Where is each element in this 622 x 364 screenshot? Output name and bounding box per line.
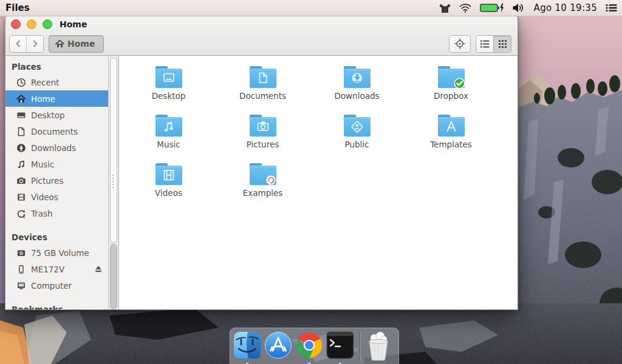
- trash-icon: [16, 209, 26, 218]
- dock-separator: [360, 331, 360, 362]
- desktop-icon: [16, 110, 26, 120]
- folder-label: Music: [157, 140, 180, 149]
- sidebar-item-recent[interactable]: Recent: [5, 74, 108, 90]
- back-button[interactable]: [10, 36, 26, 52]
- videos-icon: [16, 192, 26, 202]
- dock-item-app-store[interactable]: [264, 331, 292, 359]
- folder-label: Downloads: [334, 91, 379, 101]
- folder-label: Videos: [155, 188, 182, 198]
- forward-button[interactable]: [26, 36, 43, 52]
- folder-label: Examples: [243, 188, 283, 198]
- window-titlebar[interactable]: Home: [5, 16, 518, 32]
- dock-item-chrome[interactable]: [295, 331, 323, 359]
- grid-view-button[interactable]: [493, 36, 511, 52]
- menu-icon[interactable]: [606, 3, 617, 13]
- folder-label: Documents: [239, 91, 286, 101]
- documents-icon: [16, 127, 26, 136]
- sidebar-item-music[interactable]: Music: [5, 156, 108, 172]
- maximize-button[interactable]: [43, 19, 52, 29]
- sidebar-item-home[interactable]: Home: [5, 90, 108, 107]
- folder-label: Public: [345, 140, 369, 149]
- sidebar-item-videos[interactable]: Videos: [5, 189, 108, 205]
- sidebar: Places Recent Home Desktop Documents: [5, 56, 108, 309]
- sidebar-item-desktop[interactable]: Desktop: [5, 107, 108, 123]
- locate-button[interactable]: [449, 35, 471, 53]
- folder-item-examples[interactable]: Examples: [216, 162, 310, 211]
- clock[interactable]: Ago 10 19:35: [534, 2, 597, 13]
- music-icon: [16, 160, 26, 169]
- top-menubar: Files Ago 10 19:35: [0, 0, 622, 16]
- pane-splitter-grip[interactable]: [112, 175, 114, 188]
- sidebar-item-label: Trash: [31, 209, 53, 218]
- battery-charging-icon[interactable]: [480, 3, 504, 13]
- dock-item-files[interactable]: [233, 331, 261, 359]
- folder-item-public[interactable]: Public: [310, 113, 404, 162]
- harddisk-icon: [16, 248, 26, 258]
- breadcrumb-home[interactable]: Home: [49, 35, 104, 53]
- folder-item-documents[interactable]: Documents: [216, 65, 310, 113]
- folder-item-downloads[interactable]: Downloads: [310, 65, 404, 113]
- folder-item-pictures[interactable]: Pictures: [216, 113, 310, 162]
- folder-label: Dropbox: [434, 91, 468, 101]
- sidebar-header-bookmarks: Bookmarks: [5, 302, 108, 309]
- sidebar-item-label: Home: [31, 94, 55, 104]
- files-window: Home Home: [5, 16, 518, 310]
- volume-icon[interactable]: [513, 3, 525, 13]
- pictures-icon: [16, 176, 26, 186]
- eject-button[interactable]: [94, 264, 103, 274]
- sidebar-scrollbar[interactable]: [108, 56, 119, 309]
- sidebar-item-75gb-volume[interactable]: 75 GB Volume: [5, 244, 108, 261]
- window-title: Home: [60, 19, 87, 29]
- folder-item-dropbox[interactable]: Dropbox: [404, 65, 498, 113]
- folder-item-music[interactable]: Music: [121, 113, 216, 162]
- sidebar-item-label: Computer: [31, 281, 72, 291]
- close-button[interactable]: [11, 19, 21, 29]
- dock-item-terminal[interactable]: [326, 331, 354, 359]
- appmenu-files[interactable]: Files: [5, 2, 30, 13]
- applet-icon[interactable]: [439, 3, 451, 13]
- scrollbar-trough-handle[interactable]: [110, 244, 117, 309]
- list-view-button[interactable]: [476, 36, 493, 52]
- window-toolbar: Home: [5, 32, 518, 56]
- sidebar-item-label: Pictures: [31, 176, 63, 186]
- folder-item-desktop[interactable]: Desktop: [121, 65, 216, 113]
- sidebar-header-places: Places: [5, 59, 108, 74]
- sidebar-item-pictures[interactable]: Pictures: [5, 172, 108, 189]
- scrollbar-handle[interactable]: [110, 58, 117, 243]
- sidebar-item-trash[interactable]: Trash: [5, 205, 108, 221]
- sidebar-item-label: ME172V: [31, 265, 64, 274]
- folder-item-templates[interactable]: Templates: [404, 113, 498, 162]
- sidebar-item-label: Documents: [31, 127, 78, 136]
- sidebar-item-label: Music: [31, 160, 54, 169]
- dock-item-trash[interactable]: [365, 331, 393, 359]
- sidebar-item-documents[interactable]: Documents: [5, 123, 108, 140]
- sidebar-item-computer[interactable]: Computer: [5, 277, 108, 294]
- sidebar-item-label: 75 GB Volume: [31, 248, 89, 258]
- folder-label: Desktop: [152, 91, 186, 101]
- recent-icon: [16, 78, 26, 87]
- sidebar-header-devices: Devices: [5, 230, 108, 244]
- sidebar-item-me172v[interactable]: ME172V: [5, 261, 108, 277]
- phone-icon: [16, 265, 26, 274]
- sidebar-item-label: Recent: [31, 78, 60, 87]
- minimize-button[interactable]: [27, 19, 36, 29]
- folder-label: Templates: [430, 140, 472, 149]
- home-icon: [16, 94, 26, 104]
- wifi-icon[interactable]: [459, 3, 471, 13]
- folder-item-videos[interactable]: Videos: [121, 162, 216, 211]
- home-icon: [55, 39, 64, 48]
- sidebar-item-downloads[interactable]: Downloads: [5, 140, 108, 156]
- breadcrumb-label: Home: [67, 39, 95, 49]
- sidebar-item-label: Desktop: [31, 110, 65, 120]
- sidebar-item-label: Videos: [31, 192, 58, 202]
- dock: [230, 328, 399, 364]
- file-view[interactable]: Desktop Documents Downloads: [119, 56, 518, 309]
- sidebar-item-label: Downloads: [31, 143, 76, 153]
- computer-icon: [16, 281, 26, 291]
- downloads-icon: [16, 143, 26, 153]
- folder-label: Pictures: [247, 140, 279, 149]
